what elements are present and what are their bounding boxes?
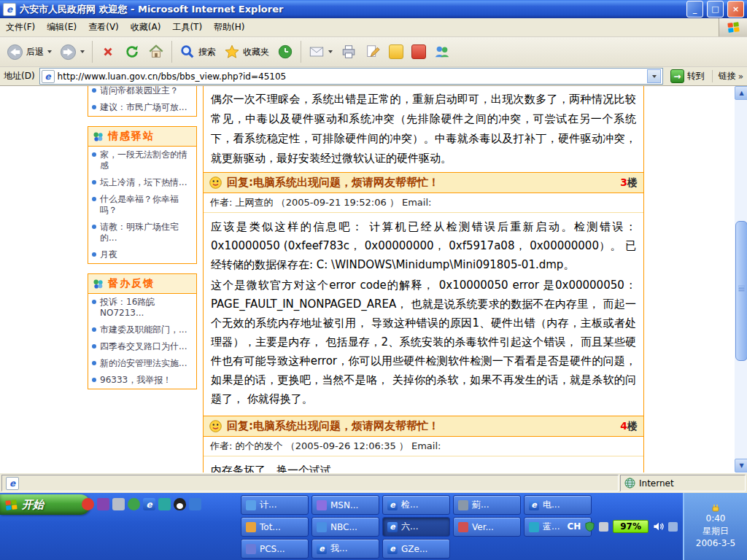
window-icon	[317, 500, 327, 510]
sidebar-link[interactable]: 投诉：16路皖NO7213...	[88, 294, 196, 322]
sidebar-link-label[interactable]: 请教：明珠广场住宅的...	[100, 222, 193, 244]
taskbar-window-button[interactable]: Tot...	[241, 517, 309, 537]
taskbar-window-button[interactable]: 薊...	[453, 495, 521, 515]
address-dropdown-button[interactable]	[647, 69, 661, 83]
scrollbar-thumb[interactable]	[735, 221, 747, 361]
sidebar-link-label[interactable]: 96333，我举报！	[100, 375, 171, 386]
taskbar-window-button[interactable]: NBC...	[311, 517, 379, 537]
sidebar-link-label[interactable]: 家，一段无法割舍的情感	[100, 149, 193, 171]
sidebar-link[interactable]: 什么是幸福？你幸福吗？	[88, 191, 196, 219]
go-button[interactable]: 转到	[667, 69, 708, 84]
mail-dropdown-icon[interactable]	[328, 50, 333, 53]
sidebar-link-label[interactable]: 市建委及职能部门，...	[100, 324, 187, 335]
bullet-icon	[92, 225, 96, 229]
sidebar-link-label[interactable]: 什么是幸福？你幸福吗？	[100, 194, 193, 216]
messenger-button[interactable]	[430, 42, 454, 62]
url-text[interactable]: http://www.luan.gov.cn/bbs/bbs_view.php?…	[58, 71, 287, 82]
refresh-button[interactable]	[120, 42, 144, 62]
back-button[interactable]: 后退	[3, 42, 55, 63]
menu-edit[interactable]: 编辑(E)	[41, 18, 82, 36]
sidebar-link[interactable]: 家，一段无法割舍的情感	[88, 147, 196, 174]
sidebar-link[interactable]: 请教：明珠广场住宅的...	[88, 219, 196, 246]
mail-button[interactable]	[305, 42, 336, 62]
taskbar-window-button[interactable]: 我...	[311, 539, 379, 559]
start-button[interactable]: 开始	[0, 494, 90, 515]
address-label: 地址(D)	[4, 70, 35, 82]
back-dropdown-icon[interactable]	[47, 50, 52, 53]
maximize-button[interactable]: □	[707, 1, 724, 18]
shield-icon[interactable]	[585, 521, 595, 532]
links-button[interactable]: 链接	[712, 70, 743, 82]
bullet-icon	[92, 252, 96, 257]
scroll-up-button[interactable]: ▲	[735, 86, 747, 100]
quicklaunch-app-icon-2[interactable]	[97, 498, 109, 510]
home-button[interactable]	[144, 42, 168, 62]
section-clover-icon	[93, 279, 104, 289]
edit-button[interactable]	[361, 42, 384, 62]
sidebar-link[interactable]: 96333，我举报！	[88, 372, 196, 389]
quicklaunch-ie-icon[interactable]	[143, 498, 155, 510]
taskbar-window-button[interactable]: 检...	[382, 495, 450, 515]
menu-file[interactable]: 文件(F)	[0, 18, 41, 36]
sidebar-link[interactable]: 请问帝都装园业主？	[88, 86, 196, 99]
bullet-icon	[92, 197, 96, 201]
taskbar-window-button[interactable]: PCS...	[241, 539, 309, 559]
menu-help[interactable]: 帮助(H)	[208, 18, 250, 36]
menu-tools[interactable]: 工具(T)	[166, 18, 208, 36]
volume-icon[interactable]	[653, 521, 664, 532]
sidebar-link-label[interactable]: 新的治安管理法实施...	[100, 358, 187, 369]
quicklaunch-app-icon-1[interactable]	[82, 498, 94, 510]
sidebar-link-label[interactable]: 投诉：16路皖NO7213...	[100, 297, 193, 319]
taskbar-button-label: 薊...	[472, 499, 489, 511]
tray-app-icon[interactable]	[599, 522, 608, 532]
scroll-down-button[interactable]: ▼	[735, 459, 747, 472]
sidebar-link-label[interactable]: 坛上冷清，坛下热情...	[100, 177, 187, 188]
forward-button[interactable]	[56, 42, 88, 63]
menu-favorites[interactable]: 收藏(A)	[125, 18, 167, 36]
post-text: 偶尔一次不理睬会，系统出错是正常的，重新启动即可，出现次数多了，两种情况比较常见…	[204, 86, 643, 172]
minimize-button[interactable]: _	[686, 1, 703, 18]
taskbar-window-button-active[interactable]: 六...	[382, 517, 450, 537]
address-input[interactable]: http://www.luan.gov.cn/bbs/bbs_view.php?…	[39, 68, 663, 85]
smiley-icon	[209, 176, 222, 189]
quicklaunch-qq-icon[interactable]	[174, 498, 186, 510]
stop-button[interactable]	[96, 42, 120, 62]
clock-panel[interactable]: 0:40 星期日 2006-3-5	[683, 493, 747, 560]
sidebar-link-label[interactable]: 月夜	[100, 249, 117, 260]
language-indicator[interactable]: CH	[567, 521, 581, 532]
taskbar-window-button[interactable]: 计...	[241, 495, 309, 515]
quicklaunch-app-icon-4[interactable]	[128, 498, 140, 510]
media-app-button[interactable]	[408, 42, 430, 61]
sidebar-link[interactable]: 坛上冷清，坛下热情...	[88, 174, 196, 191]
print-button[interactable]	[337, 42, 360, 62]
menu-spacer	[250, 18, 719, 36]
ie-toolbar: 后退 搜索 收藏夹	[0, 37, 747, 67]
sidebar-link[interactable]: 建议：市民广场可放...	[88, 99, 196, 116]
forward-dropdown-icon[interactable]	[80, 50, 85, 53]
bullet-icon	[92, 378, 96, 382]
discuss-button[interactable]	[385, 42, 407, 61]
menu-view[interactable]: 查看(V)	[82, 18, 125, 36]
quick-launch-bar	[82, 498, 201, 510]
tray-app-icon[interactable]	[668, 522, 678, 532]
quicklaunch-app-icon-8[interactable]	[189, 498, 201, 510]
ie-icon	[387, 522, 398, 532]
taskbar-window-button[interactable]: GZe...	[382, 539, 450, 559]
taskbar-window-button[interactable]: MSN...	[311, 495, 379, 515]
close-button[interactable]: ×	[727, 1, 744, 18]
mail-icon	[309, 44, 325, 60]
sidebar-link[interactable]: 新的治安管理法实施...	[88, 355, 196, 372]
sidebar-link-label[interactable]: 建议：市民广场可放...	[100, 102, 187, 113]
taskbar: 开始 计... MSN... 检... 薊... 电... Tot... NBC…	[0, 493, 747, 560]
search-button[interactable]: 搜索	[176, 42, 220, 62]
taskbar-window-button[interactable]: Ver...	[453, 517, 521, 537]
sidebar-link-label[interactable]: 四季春交叉路口为什...	[100, 341, 187, 352]
quicklaunch-app-icon-3[interactable]	[112, 498, 125, 510]
sidebar-link[interactable]: 四季春交叉路口为什...	[88, 338, 196, 355]
favorites-button[interactable]: 收藏夹	[220, 42, 273, 62]
sidebar-link-label[interactable]: 请问帝都装园业主？	[100, 86, 179, 96]
sidebar-link[interactable]: 市建委及职能部门，...	[88, 322, 196, 338]
history-button[interactable]	[274, 42, 297, 62]
quicklaunch-app-icon-6[interactable]	[158, 498, 171, 510]
sidebar-link[interactable]: 月夜	[88, 246, 196, 263]
